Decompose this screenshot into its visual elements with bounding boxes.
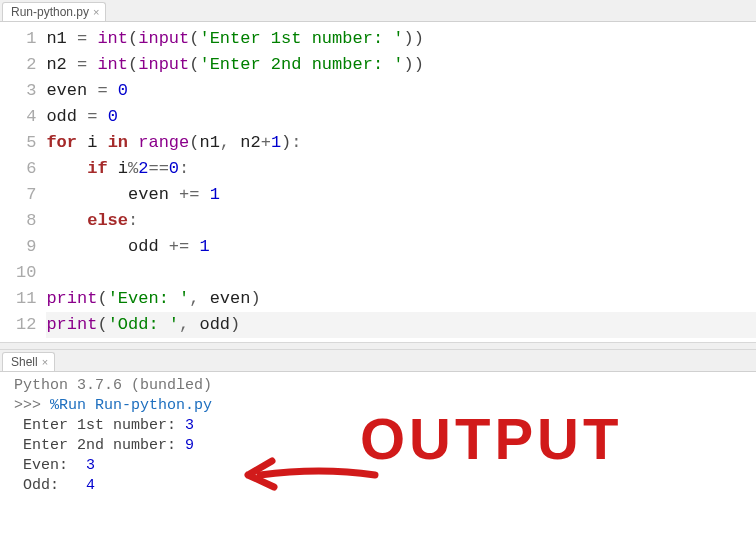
editor-tab-filename: Run-python.py — [11, 5, 89, 19]
shell-output-line: Enter 2nd number: 9 — [14, 436, 746, 456]
code-line[interactable]: if i%2==0: — [46, 156, 756, 182]
line-number-gutter: 123456789101112 — [0, 22, 46, 342]
line-number: 7 — [16, 182, 36, 208]
code-line[interactable]: n1 = int(input('Enter 1st number: ')) — [46, 26, 756, 52]
code-line[interactable]: else: — [46, 208, 756, 234]
shell-version-line: Python 3.7.6 (bundled) — [14, 376, 746, 396]
editor-pane: Run-python.py × 123456789101112 n1 = int… — [0, 0, 756, 342]
shell-tab[interactable]: Shell × — [2, 352, 55, 371]
close-icon[interactable]: × — [42, 356, 48, 368]
code-line[interactable]: n2 = int(input('Enter 2nd number: ')) — [46, 52, 756, 78]
line-number: 12 — [16, 312, 36, 338]
code-line[interactable]: even += 1 — [46, 182, 756, 208]
code-line[interactable]: odd = 0 — [46, 104, 756, 130]
line-number: 4 — [16, 104, 36, 130]
line-number: 11 — [16, 286, 36, 312]
code-line[interactable]: print('Even: ', even) — [46, 286, 756, 312]
line-number: 10 — [16, 260, 36, 286]
line-number: 1 — [16, 26, 36, 52]
close-icon[interactable]: × — [93, 6, 99, 18]
shell-output-line: Odd: 4 — [14, 476, 746, 496]
editor-tabbar: Run-python.py × — [0, 0, 756, 22]
editor-tab[interactable]: Run-python.py × — [2, 2, 106, 21]
code-line[interactable]: odd += 1 — [46, 234, 756, 260]
shell-tab-title: Shell — [11, 355, 38, 369]
code-line[interactable] — [46, 260, 756, 286]
shell-tabbar: Shell × — [0, 350, 756, 372]
line-number: 3 — [16, 78, 36, 104]
shell-run-line: >>> %Run Run-python.py — [14, 396, 746, 416]
code-line[interactable]: even = 0 — [46, 78, 756, 104]
line-number: 6 — [16, 156, 36, 182]
shell-pane: Shell × Python 3.7.6 (bundled)>>> %Run R… — [0, 350, 756, 500]
code-line[interactable]: print('Odd: ', odd) — [46, 312, 756, 338]
shell-output[interactable]: Python 3.7.6 (bundled)>>> %Run Run-pytho… — [0, 372, 756, 500]
pane-divider[interactable] — [0, 342, 756, 350]
code-line[interactable]: for i in range(n1, n2+1): — [46, 130, 756, 156]
code-editor[interactable]: 123456789101112 n1 = int(input('Enter 1s… — [0, 22, 756, 342]
line-number: 8 — [16, 208, 36, 234]
shell-output-line: Even: 3 — [14, 456, 746, 476]
shell-output-line: Enter 1st number: 3 — [14, 416, 746, 436]
code-area[interactable]: n1 = int(input('Enter 1st number: '))n2 … — [46, 22, 756, 342]
line-number: 5 — [16, 130, 36, 156]
line-number: 2 — [16, 52, 36, 78]
line-number: 9 — [16, 234, 36, 260]
